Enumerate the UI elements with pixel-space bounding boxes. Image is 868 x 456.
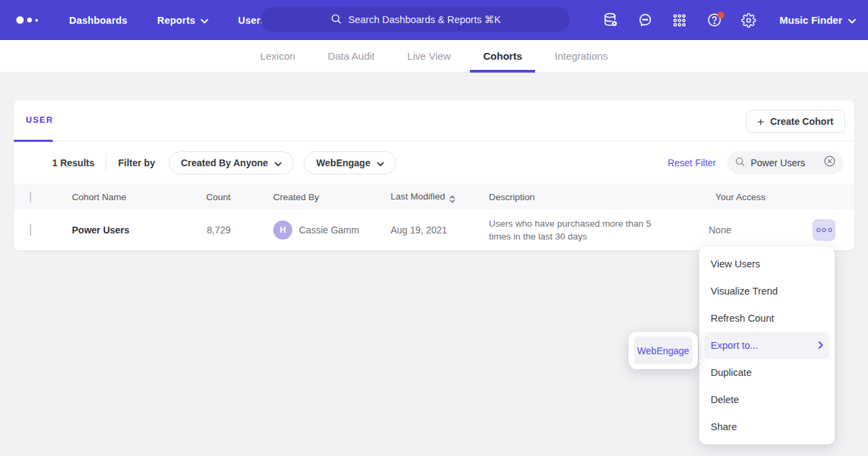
filter-by-label: Filter by <box>118 157 155 168</box>
count-cell: 8,729 <box>170 225 231 235</box>
search-icon <box>734 156 745 170</box>
sort-icon[interactable] <box>450 195 455 203</box>
row-actions-menu: View Users Visualize Trend Refresh Count… <box>699 246 835 444</box>
select-all-checkbox[interactable] <box>30 191 31 203</box>
access-value: None <box>709 225 731 235</box>
tab-data-audit[interactable]: Data Audit <box>315 40 387 72</box>
avatar: H <box>273 221 292 240</box>
project-name: Music Finder <box>779 14 842 26</box>
created-by-cell: H Cassie Gamm <box>231 221 391 240</box>
logo-dot-small <box>35 19 38 22</box>
logo-dot-large <box>16 16 24 24</box>
tab-lexicon[interactable]: Lexicon <box>248 40 309 72</box>
submenu-item-webengage[interactable]: WebEngage <box>634 337 692 364</box>
create-cohort-label: Create Cohort <box>770 116 833 127</box>
cohorts-card: USER + Create Cohort 1 Results Filter by… <box>14 100 854 250</box>
results-count: 1 Results <box>52 157 94 168</box>
divider <box>106 155 106 170</box>
created-by-name: Cassie Gamm <box>299 225 359 235</box>
column-header-your-access[interactable]: Your Access <box>702 192 854 202</box>
top-navbar: Dashboards Reports Users Search Dashboar… <box>0 0 868 40</box>
notification-dot <box>717 12 724 18</box>
source-filter-dropdown[interactable]: WebEngage <box>304 151 396 174</box>
export-to-label: Export to... <box>711 340 758 351</box>
chevron-down-icon <box>848 14 856 26</box>
nav-reports[interactable]: Reports <box>157 15 208 26</box>
menu-item-delete[interactable]: Delete <box>705 386 829 413</box>
row-checkbox[interactable] <box>30 224 31 236</box>
feedback-bubble-icon[interactable] <box>637 12 653 28</box>
global-search-placeholder: Search Dashboards & Reports ⌘K <box>349 14 501 25</box>
cohort-search-input[interactable]: Power Users <box>727 151 844 174</box>
menu-item-refresh-count[interactable]: Refresh Count <box>705 305 829 332</box>
project-selector[interactable]: Music Finder <box>779 14 856 26</box>
column-header-last-modified[interactable]: Last Modified <box>391 191 489 203</box>
database-gear-icon[interactable] <box>602 12 618 28</box>
reset-filter-link[interactable]: Reset Filter <box>667 157 716 168</box>
chevron-down-icon <box>377 157 384 168</box>
nav-dashboards[interactable]: Dashboards <box>69 15 127 26</box>
help-icon[interactable] <box>706 12 722 28</box>
tab-user-cohorts[interactable]: USER <box>26 115 54 125</box>
menu-item-view-users[interactable]: View Users <box>705 250 829 278</box>
description-cell: Users who have purchased more than 5 tim… <box>489 217 658 243</box>
row-actions-button[interactable] <box>812 219 835 241</box>
menu-item-export-to[interactable]: Export to... <box>705 332 829 359</box>
created-by-filter-dropdown[interactable]: Created By Anyone <box>169 151 294 174</box>
chevron-down-icon <box>275 157 281 168</box>
chevron-right-icon <box>818 340 823 351</box>
section-tabbar: Lexicon Data Audit Live View Cohorts Int… <box>0 40 868 73</box>
last-modified-cell: Aug 19, 2021 <box>391 225 489 235</box>
create-cohort-button[interactable]: + Create Cohort <box>746 110 845 133</box>
chevron-down-icon <box>201 15 208 26</box>
last-modified-label: Last Modified <box>391 191 445 202</box>
settings-icon[interactable] <box>741 12 757 28</box>
cohort-search-value: Power Users <box>751 157 818 168</box>
created-by-filter-value: Created By Anyone <box>181 157 269 168</box>
menu-item-visualize-trend[interactable]: Visualize Trend <box>705 278 829 305</box>
global-search-input[interactable]: Search Dashboards & Reports ⌘K <box>261 7 570 32</box>
search-icon <box>330 13 342 26</box>
access-cell: None <box>702 225 854 235</box>
menu-item-share[interactable]: Share <box>705 413 829 440</box>
clear-search-icon[interactable] <box>823 155 836 170</box>
tab-live-view[interactable]: Live View <box>395 40 464 72</box>
column-header-created-by[interactable]: Created By <box>231 192 391 202</box>
filter-toolbar: 1 Results Filter by Created By Anyone We… <box>14 141 854 184</box>
menu-item-duplicate[interactable]: Duplicate <box>705 359 829 386</box>
table-header-row: Cohort Name Count Created By Last Modifi… <box>14 184 854 210</box>
column-header-description[interactable]: Description <box>489 192 702 202</box>
apps-grid-icon[interactable] <box>671 12 688 28</box>
plus-icon: + <box>757 116 764 128</box>
card-header: USER + Create Cohort <box>14 100 854 141</box>
brand-logo[interactable] <box>16 16 52 24</box>
export-submenu: WebEngage <box>629 332 698 369</box>
tab-cohorts[interactable]: Cohorts <box>470 40 535 72</box>
nav-reports-label: Reports <box>157 15 195 26</box>
column-header-count[interactable]: Count <box>170 192 231 202</box>
table-row[interactable]: Power Users 8,729 H Cassie Gamm Aug 19, … <box>14 210 854 250</box>
logo-dot-medium <box>27 18 32 22</box>
source-filter-value: WebEngage <box>316 157 370 168</box>
cohort-name-cell[interactable]: Power Users <box>72 225 170 235</box>
tab-integrations[interactable]: Integrations <box>542 40 620 72</box>
column-header-cohort-name[interactable]: Cohort Name <box>72 192 170 202</box>
